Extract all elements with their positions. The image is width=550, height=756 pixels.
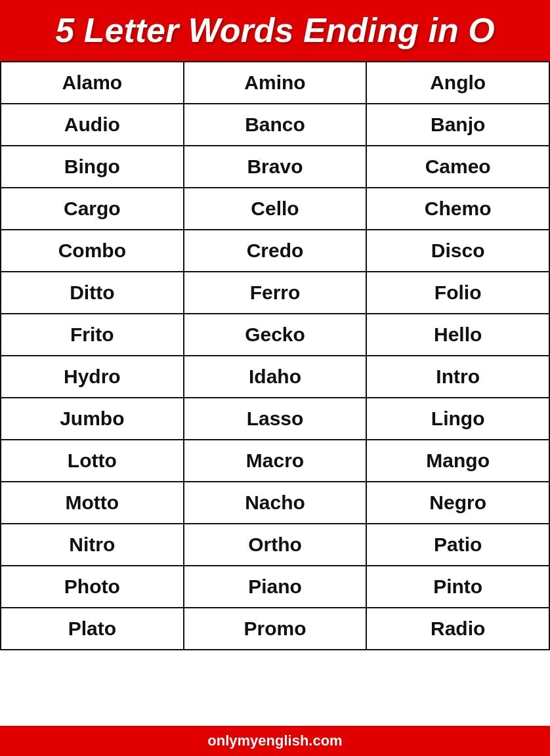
footer-url: onlymyenglish.com bbox=[207, 732, 342, 749]
word-cell: Folio bbox=[366, 272, 549, 314]
word-cell: Hydro bbox=[1, 356, 184, 398]
table-row: PlatoPromoRadio bbox=[1, 608, 549, 650]
table-row: CargoCelloChemo bbox=[1, 188, 549, 230]
table-row: LottoMacroMango bbox=[1, 440, 549, 482]
word-cell: Patio bbox=[366, 524, 549, 566]
word-cell: Amino bbox=[184, 62, 367, 104]
table-row: AlamoAminoAnglo bbox=[1, 62, 549, 104]
word-cell: Lasso bbox=[184, 398, 367, 440]
word-cell: Lingo bbox=[366, 398, 549, 440]
word-cell: Motto bbox=[1, 482, 184, 524]
word-cell: Intro bbox=[366, 356, 549, 398]
word-cell: Ditto bbox=[1, 272, 184, 314]
word-cell: Credo bbox=[184, 230, 367, 272]
word-cell: Cameo bbox=[366, 146, 549, 188]
word-cell: Banco bbox=[184, 104, 367, 146]
word-cell: Nacho bbox=[184, 482, 367, 524]
word-cell: Lotto bbox=[1, 440, 184, 482]
word-cell: Nitro bbox=[1, 524, 184, 566]
table-row: BingoBravoCameo bbox=[1, 146, 549, 188]
word-cell: Radio bbox=[366, 608, 549, 650]
word-cell: Cello bbox=[184, 188, 367, 230]
table-row: FritoGeckoHello bbox=[1, 314, 549, 356]
word-cell: Ferro bbox=[184, 272, 367, 314]
word-cell: Jumbo bbox=[1, 398, 184, 440]
word-cell: Anglo bbox=[366, 62, 549, 104]
page-title: 5 Letter Words Ending in O bbox=[13, 12, 537, 49]
word-cell: Bravo bbox=[184, 146, 367, 188]
table-row: DittoFerroFolio bbox=[1, 272, 549, 314]
word-cell: Frito bbox=[1, 314, 184, 356]
table-row: AudioBancoBanjo bbox=[1, 104, 549, 146]
word-cell: Gecko bbox=[184, 314, 367, 356]
word-cell: Ortho bbox=[184, 524, 367, 566]
word-cell: Promo bbox=[184, 608, 367, 650]
word-cell: Mango bbox=[366, 440, 549, 482]
word-cell: Piano bbox=[184, 566, 367, 608]
word-cell: Disco bbox=[366, 230, 549, 272]
word-cell: Combo bbox=[1, 230, 184, 272]
table-row: JumboLassoLingo bbox=[1, 398, 549, 440]
word-table: AlamoAminoAngloAudioBancoBanjoBingoBravo… bbox=[0, 61, 550, 650]
word-cell: Cargo bbox=[1, 188, 184, 230]
table-row: ComboCredoDisco bbox=[1, 230, 549, 272]
word-table-container: AlamoAminoAngloAudioBancoBanjoBingoBravo… bbox=[0, 61, 550, 726]
table-row: HydroIdahoIntro bbox=[1, 356, 549, 398]
page-footer: onlymyenglish.com bbox=[0, 726, 550, 756]
word-cell: Macro bbox=[184, 440, 367, 482]
word-cell: Alamo bbox=[1, 62, 184, 104]
word-cell: Banjo bbox=[366, 104, 549, 146]
table-row: PhotoPianoPinto bbox=[1, 566, 549, 608]
table-row: MottoNachoNegro bbox=[1, 482, 549, 524]
page-header: 5 Letter Words Ending in O bbox=[0, 0, 550, 61]
word-cell: Bingo bbox=[1, 146, 184, 188]
word-cell: Photo bbox=[1, 566, 184, 608]
word-cell: Hello bbox=[366, 314, 549, 356]
word-cell: Chemo bbox=[366, 188, 549, 230]
word-cell: Audio bbox=[1, 104, 184, 146]
table-row: NitroOrthoPatio bbox=[1, 524, 549, 566]
word-cell: Idaho bbox=[184, 356, 367, 398]
word-cell: Pinto bbox=[366, 566, 549, 608]
word-cell: Negro bbox=[366, 482, 549, 524]
word-cell: Plato bbox=[1, 608, 184, 650]
